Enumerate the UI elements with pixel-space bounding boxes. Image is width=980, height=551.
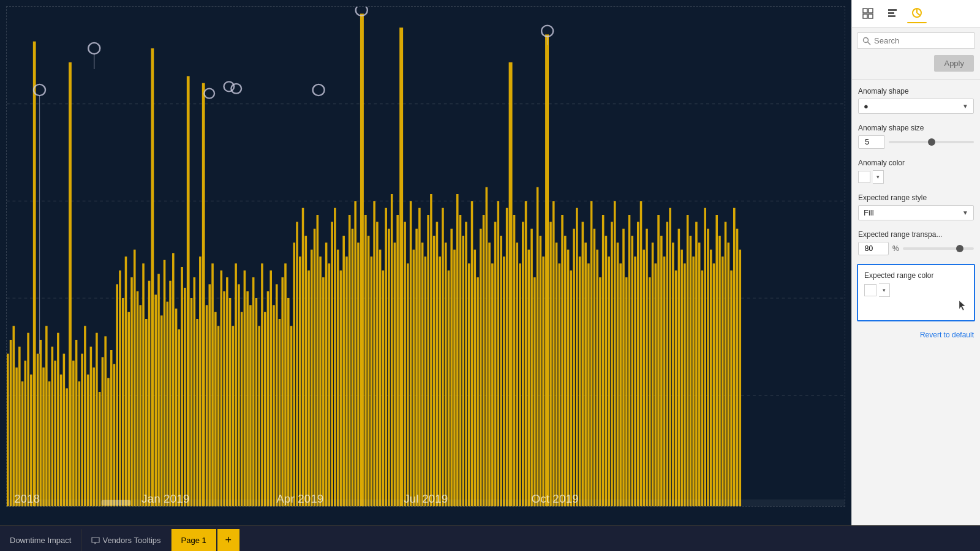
svg-rect-200 (584, 242, 587, 506)
svg-rect-97 (279, 319, 281, 506)
transparency-slider[interactable] (903, 247, 974, 250)
add-tab-button[interactable]: + (217, 529, 239, 551)
svg-rect-199 (582, 222, 584, 506)
svg-rect-93 (267, 291, 270, 506)
apply-button[interactable]: Apply (934, 55, 974, 72)
anomaly-shape-dropdown[interactable]: ● ▼ (858, 99, 974, 114)
format-icon-btn[interactable] (883, 4, 902, 23)
expected-range-color-label: Expected range color (864, 271, 968, 280)
transparency-input[interactable]: 80 (858, 242, 889, 255)
svg-rect-245 (715, 215, 718, 506)
svg-rect-271 (102, 500, 131, 506)
search-input[interactable] (874, 36, 977, 45)
svg-rect-223 (652, 242, 654, 506)
svg-rect-192 (561, 215, 564, 506)
svg-rect-69 (196, 319, 198, 506)
svg-rect-49 (137, 291, 139, 506)
svg-rect-14 (33, 42, 36, 506)
svg-rect-16 (40, 340, 42, 506)
revert-to-default-link[interactable]: Revert to default (920, 331, 974, 339)
svg-rect-50 (140, 305, 142, 506)
svg-rect-143 (415, 229, 418, 506)
svg-rect-252 (736, 229, 739, 506)
svg-rect-130 (376, 222, 379, 506)
svg-rect-234 (684, 263, 686, 506)
svg-rect-26 (69, 62, 72, 506)
svg-rect-152 (442, 208, 444, 506)
svg-rect-6 (10, 340, 12, 506)
svg-rect-72 (206, 305, 208, 506)
svg-rect-136 (394, 242, 396, 506)
svg-rect-85 (244, 271, 246, 506)
svg-rect-45 (125, 257, 127, 506)
svg-rect-193 (564, 236, 567, 506)
svg-rect-208 (608, 257, 610, 506)
svg-rect-162 (471, 201, 473, 506)
expected-range-color-swatch[interactable] (864, 284, 876, 296)
analytics-icon-btn[interactable] (907, 4, 927, 23)
svg-rect-18 (45, 326, 48, 506)
svg-rect-155 (450, 229, 453, 506)
svg-rect-117 (337, 250, 339, 506)
svg-rect-142 (413, 250, 415, 506)
svg-rect-78 (223, 291, 225, 506)
anomaly-color-swatch[interactable] (858, 171, 870, 183)
expected-range-transparency-label: Expected range transpa... (858, 230, 974, 239)
downtime-tab-label: Downtime Impact (10, 536, 71, 545)
svg-rect-58 (164, 260, 166, 506)
anomaly-color-dropdown-btn[interactable]: ▾ (873, 170, 884, 184)
svg-rect-195 (570, 271, 573, 506)
svg-rect-220 (643, 250, 645, 506)
expected-range-style-dropdown[interactable]: Fill ▼ (858, 205, 974, 220)
tab-downtime-impact[interactable]: Downtime Impact (0, 529, 81, 551)
search-icon (862, 37, 871, 45)
svg-rect-127 (368, 236, 370, 506)
svg-rect-29 (78, 381, 81, 506)
chevron-down-icon-2: ▼ (962, 209, 968, 216)
svg-rect-150 (436, 222, 439, 506)
svg-rect-191 (559, 263, 561, 506)
svg-rect-36 (99, 392, 101, 506)
svg-rect-238 (695, 222, 698, 506)
tab-vendors-tooltips[interactable]: Vendors Tooltips (81, 529, 171, 551)
svg-rect-184 (537, 187, 539, 506)
svg-rect-278 (888, 15, 895, 17)
svg-rect-101 (290, 326, 293, 506)
svg-rect-115 (331, 222, 333, 506)
search-box[interactable] (857, 32, 975, 49)
svg-rect-56 (157, 274, 160, 506)
svg-rect-132 (382, 271, 385, 506)
svg-rect-187 (545, 34, 549, 506)
svg-rect-175 (509, 62, 513, 506)
svg-rect-98 (281, 277, 284, 506)
svg-rect-13 (30, 375, 32, 506)
anomaly-size-input[interactable]: 5 (858, 135, 885, 149)
svg-rect-75 (214, 312, 217, 506)
expected-range-color-dropdown-btn[interactable]: ▾ (879, 283, 890, 297)
svg-rect-11 (24, 361, 27, 506)
svg-rect-44 (122, 298, 124, 506)
anomaly-size-slider[interactable] (889, 141, 974, 143)
svg-rect-39 (107, 378, 110, 506)
svg-rect-210 (614, 201, 616, 506)
svg-rect-244 (713, 263, 715, 506)
svg-rect-240 (701, 271, 704, 506)
svg-rect-180 (525, 201, 527, 506)
svg-rect-236 (690, 236, 692, 506)
anomaly-size-control: 5 (858, 135, 974, 149)
svg-rect-41 (113, 364, 116, 506)
svg-rect-129 (373, 201, 375, 506)
svg-rect-90 (258, 326, 260, 506)
svg-rect-10 (21, 381, 24, 506)
tab-page1[interactable]: Page 1 (172, 529, 216, 551)
svg-rect-196 (573, 229, 575, 506)
svg-rect-33 (90, 347, 92, 506)
svg-rect-270 (7, 500, 845, 506)
svg-rect-176 (513, 215, 516, 506)
svg-rect-183 (533, 277, 536, 506)
svg-rect-40 (110, 350, 113, 506)
svg-rect-189 (552, 201, 555, 506)
svg-rect-15 (37, 354, 39, 506)
table-view-icon-btn[interactable] (858, 4, 878, 23)
svg-rect-35 (96, 333, 98, 506)
